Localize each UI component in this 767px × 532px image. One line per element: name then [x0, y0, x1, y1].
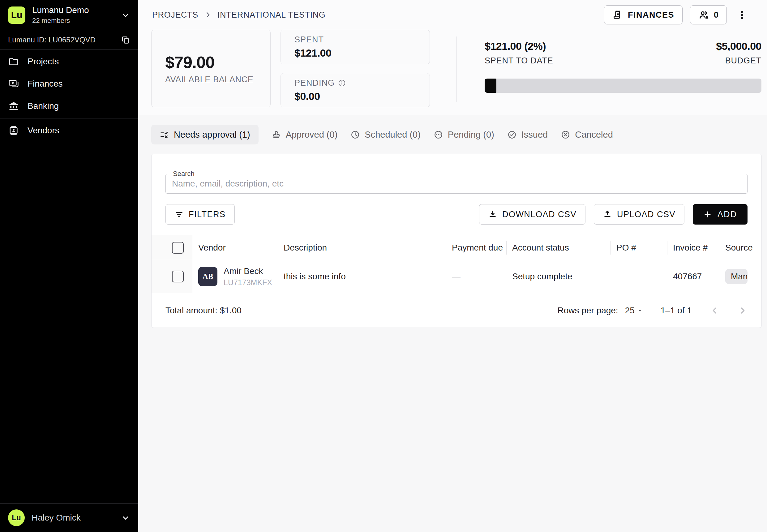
column-po[interactable]: PO # — [611, 235, 667, 260]
row-select-cell — [152, 260, 192, 293]
org-switcher[interactable]: Lu Lumanu Demo 22 members — [0, 0, 138, 30]
bank-icon — [8, 101, 19, 112]
sidebar-item-vendors[interactable]: Vendors — [0, 119, 138, 142]
receipt-icon — [612, 10, 623, 20]
budget-label: BUDGET — [716, 56, 761, 66]
column-description[interactable]: Description — [278, 235, 446, 260]
next-page-button[interactable] — [738, 306, 748, 315]
chevron-right-icon — [204, 11, 212, 19]
column-payment-due[interactable]: Payment due — [446, 235, 506, 260]
banknote-icon — [8, 78, 19, 89]
org-id-row: Lumanu ID: LU0652VQVD — [0, 30, 138, 50]
spent-amount: $121.00 — [294, 47, 430, 59]
account-status-cell: Setup complete — [506, 260, 611, 293]
tab-needs-approval[interactable]: Needs approval (1) — [151, 125, 259, 144]
tab-canceled[interactable]: Canceled — [561, 125, 613, 144]
spent-label: SPENT — [294, 35, 430, 45]
sidebar: Lu Lumanu Demo 22 members Lumanu ID: LU0… — [0, 0, 138, 532]
org-meta: Lumanu Demo 22 members — [32, 5, 89, 25]
pending-amount: $0.00 — [294, 90, 430, 102]
payment-due-cell: — — [446, 260, 506, 293]
tab-label: Scheduled (0) — [365, 130, 421, 140]
status-tabs: Needs approval (1) Approved (0) Schedule… — [151, 125, 767, 144]
download-csv-label: DOWNLOAD CSV — [502, 210, 576, 219]
previous-page-button[interactable] — [710, 306, 720, 315]
add-button[interactable]: ADD — [693, 204, 748, 225]
breadcrumb-current: INTERNATIONAL TESTING — [217, 10, 326, 20]
tab-label: Pending (0) — [448, 130, 494, 140]
breadcrumb: PROJECTS INTERNATIONAL TESTING — [152, 10, 325, 20]
filters-button[interactable]: FILTERS — [165, 204, 235, 225]
copy-icon[interactable] — [121, 35, 130, 45]
source-chip: Manual — [725, 269, 748, 284]
payments-table: Vendor Description Payment due Account s… — [152, 235, 756, 293]
vendor-cell: AB Amir Beck LU7173MKFX — [192, 260, 278, 293]
stats-section: $79.00 AVAILABLE BALANCE SPENT $121.00 P… — [138, 30, 767, 107]
search-input[interactable] — [166, 174, 747, 193]
finances-button[interactable]: FINANCES — [604, 5, 683, 24]
org-id-label: Lumanu ID: LU0652VQVD — [8, 36, 96, 44]
column-vendor[interactable]: Vendor — [192, 235, 278, 260]
table-row[interactable]: AB Amir Beck LU7173MKFX this is some inf… — [152, 260, 756, 293]
sidebar-item-label: Banking — [28, 101, 59, 111]
available-balance-label: AVAILABLE BALANCE — [165, 75, 270, 84]
upload-csv-button[interactable]: UPLOAD CSV — [594, 204, 684, 225]
clock-icon — [350, 130, 360, 139]
stamp-icon — [272, 130, 281, 139]
spent-to-date-amount: $121.00 (2%) — [485, 40, 553, 52]
column-invoice[interactable]: Invoice # — [667, 235, 723, 260]
upload-csv-label: UPLOAD CSV — [617, 210, 675, 219]
search-field: Search — [165, 174, 748, 194]
tab-approved[interactable]: Approved (0) — [272, 125, 338, 144]
select-all-cell — [152, 235, 192, 260]
tab-scheduled[interactable]: Scheduled (0) — [350, 125, 421, 144]
table-footer: Total amount: $1.00 Rows per page: 25 1–… — [152, 293, 761, 328]
sidebar-item-projects[interactable]: Projects — [0, 50, 138, 73]
select-all-checkbox[interactable] — [172, 242, 184, 254]
info-icon[interactable] — [338, 79, 346, 87]
vendor-id: LU7173MKFX — [224, 278, 272, 287]
spend-cards: SPENT $121.00 PENDING $0.00 — [281, 30, 430, 107]
column-source[interactable]: Source — [723, 235, 756, 260]
spent-to-date: $121.00 (2%) SPENT TO DATE — [485, 40, 553, 66]
breadcrumb-projects[interactable]: PROJECTS — [152, 10, 198, 20]
tab-pending[interactable]: Pending (0) — [434, 125, 494, 144]
sidebar-item-banking[interactable]: Banking — [0, 95, 138, 117]
members-button[interactable]: 0 — [690, 5, 727, 24]
pending-ellipsis-icon — [434, 130, 443, 139]
tab-label: Needs approval (1) — [174, 130, 250, 140]
download-csv-button[interactable]: DOWNLOAD CSV — [479, 204, 585, 225]
spent-to-date-label: SPENT TO DATE — [485, 56, 553, 66]
nav-divider — [0, 118, 138, 118]
chevron-down-icon[interactable] — [121, 11, 130, 20]
tab-label: Issued — [521, 130, 548, 140]
pagination-range: 1–1 of 1 — [661, 306, 692, 315]
total-amount: Total amount: $1.00 — [165, 306, 242, 315]
pagination: Rows per page: 25 1–1 of 1 — [558, 306, 748, 315]
pending-label: PENDING — [294, 78, 430, 88]
folder-icon — [8, 56, 19, 67]
x-circle-icon — [561, 130, 570, 139]
tab-issued[interactable]: Issued — [507, 125, 548, 144]
spent-card: SPENT $121.00 — [281, 30, 430, 64]
kebab-menu-icon[interactable] — [735, 7, 749, 23]
budget-section: $121.00 (2%) SPENT TO DATE $5,000.00 BUD… — [485, 30, 761, 93]
caret-down-icon — [636, 307, 643, 314]
vendor-badge-icon — [8, 125, 19, 136]
rows-per-page-label: Rows per page: — [558, 306, 618, 315]
user-menu[interactable]: Lu Haley Omick — [0, 503, 138, 532]
column-account-status[interactable]: Account status — [506, 235, 611, 260]
pending-label-text: PENDING — [294, 78, 335, 88]
rows-per-page-select[interactable]: 25 — [625, 306, 643, 315]
sidebar-item-label: Finances — [28, 79, 63, 89]
org-logo: Lu — [8, 6, 25, 24]
rule-checklist-icon — [160, 130, 169, 139]
pending-card: PENDING $0.00 — [281, 73, 430, 107]
user-name: Haley Omick — [32, 513, 81, 523]
available-balance-card: $79.00 AVAILABLE BALANCE — [151, 30, 271, 107]
row-checkbox[interactable] — [172, 271, 184, 282]
source-cell: Manual — [723, 260, 756, 293]
chevron-down-icon[interactable] — [121, 513, 130, 522]
sidebar-item-finances[interactable]: Finances — [0, 73, 138, 95]
sidebar-item-label: Projects — [28, 57, 59, 67]
